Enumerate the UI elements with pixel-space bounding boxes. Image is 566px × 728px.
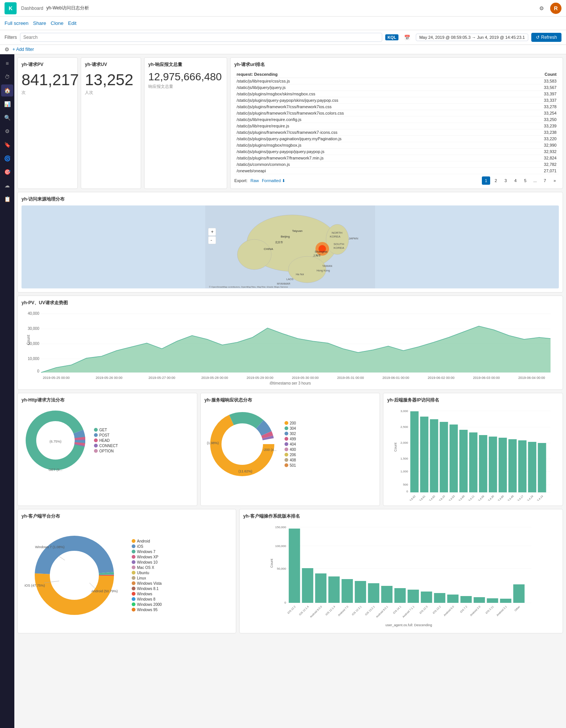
- url-cell: /static/js/plugins/jquery-pagination/jqu…: [234, 136, 515, 142]
- legend-item: Windows Vista: [132, 581, 162, 585]
- svg-rect-133: [315, 573, 326, 603]
- settings-icon[interactable]: ⚙: [536, 3, 547, 14]
- svg-text:Taiyuan: Taiyuan: [292, 229, 303, 233]
- svg-text:150,000: 150,000: [275, 526, 286, 529]
- svg-rect-92: [518, 440, 527, 492]
- edit-link[interactable]: Edit: [68, 20, 76, 26]
- sidebar-icon-search[interactable]: 🔍: [1, 112, 13, 124]
- upstream-ip-title: yh-后端服务器IP访问排名: [387, 397, 559, 403]
- row-2: yh-访问来源地理分布: [17, 192, 563, 293]
- legend-item: CONNECT: [94, 444, 118, 448]
- legend-color: [285, 458, 288, 462]
- legend-item: Ubuntu: [132, 571, 162, 575]
- svg-point-62: [223, 425, 262, 464]
- url-table-title: yh-请求url排名: [234, 61, 559, 68]
- svg-rect-131: [289, 529, 300, 603]
- svg-rect-88: [479, 435, 488, 492]
- legend-color: [285, 437, 288, 441]
- page-button-2[interactable]: 2: [492, 176, 500, 185]
- legend-color: [285, 453, 288, 457]
- svg-rect-82: [420, 417, 429, 492]
- svg-point-115: [51, 552, 98, 599]
- svg-text:iOS 13.2.1: iOS 13.2.1: [365, 605, 375, 616]
- svg-rect-137: [368, 583, 379, 603]
- svg-text:iOS (47.75%): iOS (47.75%): [25, 584, 45, 587]
- search-input[interactable]: [20, 33, 382, 42]
- url-cell: /static/js/plugins/framework7/framework7…: [234, 155, 515, 161]
- legend-item: OPTION: [94, 449, 118, 453]
- page-button-7[interactable]: 7: [541, 176, 549, 185]
- svg-text:Android 3.0: Android 3.0: [469, 605, 481, 616]
- svg-rect-148: [513, 584, 524, 603]
- top-bar: K Dashboard yh-Web访问日志分析 ⚙ R: [0, 0, 566, 17]
- page-button-»[interactable]: »: [551, 176, 559, 185]
- trend-chart-svg: 40,000 30,000 20,000 10,000 0 Count: [22, 309, 559, 385]
- sidebar-icon-target[interactable]: 🎯: [1, 166, 13, 178]
- raw-link[interactable]: Raw: [251, 178, 259, 183]
- trend-title: yh-PV、UV请求走势图: [22, 300, 559, 306]
- sidebar-icon-menu[interactable]: ≡: [1, 57, 13, 69]
- legend-item: GET: [94, 428, 118, 432]
- svg-text:JAPAN: JAPAN: [349, 237, 358, 240]
- page-button-5[interactable]: 5: [521, 176, 529, 185]
- svg-rect-139: [394, 588, 406, 603]
- svg-text:3,000: 3,000: [401, 409, 409, 413]
- sidebar-icon-cloud[interactable]: ☁: [1, 179, 13, 192]
- kibana-logo: K: [5, 2, 17, 14]
- response-title: yh-响应报文总量: [148, 61, 223, 68]
- svg-text:0: 0: [284, 601, 286, 604]
- legend-label: 408: [290, 458, 296, 462]
- legend-label: OPTION: [99, 449, 114, 453]
- user-avatar[interactable]: R: [550, 3, 561, 14]
- svg-rect-138: [381, 586, 392, 603]
- count-cell: 33,567: [515, 84, 559, 91]
- time-range[interactable]: May 24, 2019 @ 08:59:05.3 → Jun 4, 2019 …: [416, 34, 528, 41]
- svg-text:0: 0: [37, 369, 39, 373]
- legend-color: [132, 555, 135, 559]
- legend-color: [132, 597, 135, 601]
- full-screen-link[interactable]: Full screen: [5, 20, 29, 26]
- sidebar-icon-spin[interactable]: 🌀: [1, 152, 13, 164]
- refresh-button[interactable]: ↺ Refresh: [531, 33, 561, 42]
- svg-text:100,000: 100,000: [275, 544, 286, 548]
- legend-color: [132, 608, 135, 612]
- svg-text:Count: Count: [394, 442, 398, 452]
- count-cell: 33,397: [515, 91, 559, 97]
- legend-color: [285, 442, 288, 446]
- svg-rect-135: [341, 579, 353, 603]
- page-button-4[interactable]: 4: [511, 176, 520, 185]
- sidebar-icon-chart[interactable]: 📊: [1, 98, 13, 110]
- sidebar-icon-list[interactable]: 📋: [1, 193, 13, 205]
- share-link[interactable]: Share: [33, 20, 46, 26]
- col-count: Count: [515, 71, 559, 78]
- sidebar-icon-settings[interactable]: ⚙: [1, 125, 13, 137]
- panel-settings-icon[interactable]: ⚙: [5, 46, 9, 52]
- svg-text:2019-06-02 00:00: 2019-06-02 00:00: [428, 376, 454, 380]
- svg-text:30,000: 30,000: [28, 326, 39, 331]
- calendar-icon[interactable]: 📅: [401, 32, 413, 43]
- legend-label: iOS: [137, 544, 143, 549]
- sidebar-icon-home[interactable]: 🏠: [1, 84, 13, 97]
- sidebar-icon-time[interactable]: ⏱: [1, 71, 13, 83]
- legend-color: [132, 544, 135, 548]
- page-button-3[interactable]: 3: [501, 176, 510, 185]
- svg-text:2019-05-26 00:00: 2019-05-26 00:00: [95, 376, 122, 380]
- legend-label: HEAD: [99, 438, 110, 443]
- filter-bar: Filters KQL 📅 May 24, 2019 @ 08:59:05.3 …: [0, 30, 566, 45]
- page-button-1[interactable]: 1: [482, 176, 490, 185]
- svg-rect-89: [489, 437, 497, 492]
- page-button-...[interactable]: ...: [531, 176, 539, 185]
- clone-link[interactable]: Clone: [51, 20, 63, 26]
- kql-badge[interactable]: KQL: [385, 34, 398, 40]
- url-table-panel: yh-请求url排名 request: Descending Count /st…: [230, 57, 563, 189]
- legend-color: [285, 432, 288, 435]
- svg-rect-25: [208, 236, 216, 244]
- formatted-link[interactable]: Formatted ⬇: [262, 178, 285, 183]
- url-cell: /static/js/plugins/msgbox/skins/msgbox.c…: [234, 91, 515, 97]
- url-cell: /static/js/plugins/msgbox/msgbox.js: [234, 142, 515, 149]
- svg-text:上海市: 上海市: [313, 254, 321, 257]
- map-container[interactable]: Beijing 北京市 Shanghai 上海市 Taiyuan CHINA N…: [22, 205, 559, 288]
- sidebar-icon-bookmark[interactable]: 🔖: [1, 139, 13, 151]
- add-filter-button[interactable]: + Add filter: [12, 47, 34, 52]
- count-cell: 33,239: [515, 123, 559, 129]
